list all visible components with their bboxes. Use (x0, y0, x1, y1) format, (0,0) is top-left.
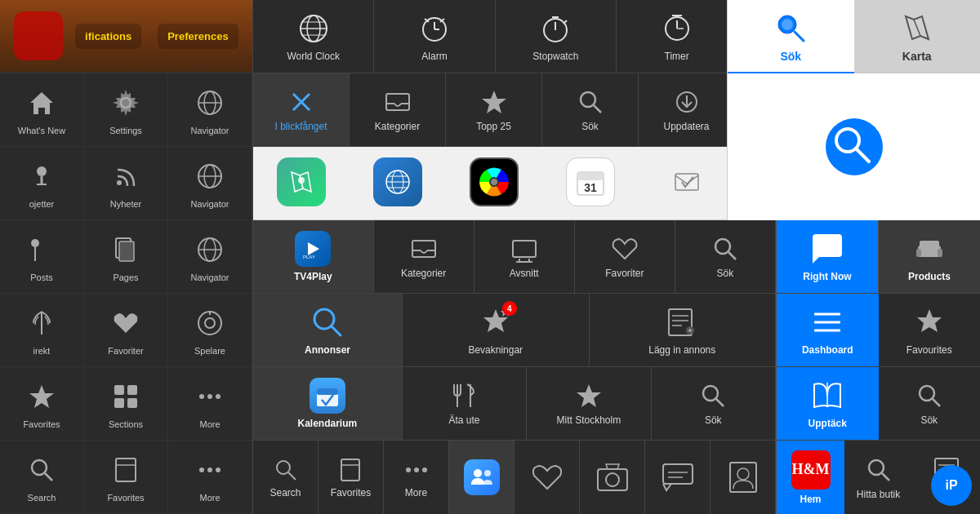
left-item-whats-new[interactable]: What's New (0, 73, 84, 147)
left-item-search[interactable]: Search (0, 441, 84, 514)
alarm-icon (416, 11, 452, 47)
push-pin-icon (24, 158, 60, 194)
featured-mail[interactable] (646, 157, 728, 210)
sok4-button[interactable]: Sök (879, 367, 981, 441)
search6-icon (915, 381, 944, 410)
sok4-label: Sök (920, 414, 938, 426)
whats-new-label: What's New (18, 126, 65, 135)
dashboard-button[interactable]: Dashboard (776, 294, 879, 367)
bevakningar-item[interactable]: 4 Bevakningar (403, 294, 590, 366)
featured-world[interactable] (357, 157, 439, 210)
hm-button[interactable]: H&M Hem (776, 441, 844, 514)
svg-line-132 (933, 399, 940, 406)
stopwatch-item[interactable]: Stopwatch (496, 0, 617, 73)
left-item-spelare[interactable]: Spelare (168, 294, 252, 367)
alarm-item[interactable]: Alarm (374, 0, 495, 73)
timer-item[interactable]: Timer (617, 0, 737, 73)
svg-point-101 (715, 239, 730, 254)
tv4play-item[interactable]: PLAY TV4Play (253, 220, 374, 293)
right-now-button[interactable]: Right Now (776, 220, 878, 294)
annonser-label: Annonser (305, 344, 350, 356)
search-bottom-item[interactable]: Search (253, 441, 318, 514)
notifications-button[interactable]: ifications (75, 24, 141, 49)
timer-icon (659, 11, 695, 47)
world-clock-item[interactable]: World Clock (253, 0, 374, 73)
left-item-more[interactable]: More (168, 367, 252, 441)
left-item-pages[interactable]: Pages (84, 220, 168, 294)
svg-point-149 (869, 460, 884, 475)
left-item-navigator3[interactable]: Navigator (168, 220, 252, 294)
favorites-bottom-item[interactable]: Favorites (318, 441, 384, 514)
uppdatera-item[interactable]: Uppdatera (639, 73, 735, 146)
left-item-more2[interactable]: More (168, 441, 252, 514)
left-item-posts[interactable]: Posts (0, 220, 84, 294)
left-item-settings[interactable]: Settings (84, 73, 168, 147)
left-item-irekt[interactable]: irekt (0, 294, 84, 367)
favoriter2-item[interactable]: Favoriter (575, 220, 675, 293)
kalendarium-item[interactable]: Kalendarium (253, 367, 403, 440)
chat-bottom-item[interactable] (645, 441, 710, 514)
left-item-nyheter[interactable]: Nyheter (84, 147, 168, 220)
svg-point-143 (606, 473, 619, 486)
svg-rect-144 (663, 464, 693, 484)
left-panel: ifications Preferences What's New Settin… (0, 0, 253, 514)
featured-calendar[interactable]: 31 (550, 157, 631, 210)
sok-item[interactable]: Sök (542, 73, 639, 146)
people-bottom-item[interactable] (449, 441, 514, 514)
favourites-button[interactable]: Favourites (879, 294, 981, 367)
left-item-navigator2[interactable]: Navigator (168, 147, 252, 220)
topp25-item[interactable]: Topp 25 (446, 73, 542, 146)
sok3-item[interactable]: Sök (652, 367, 776, 440)
rightnow-panel: Right Now Products (776, 220, 980, 294)
preferences-button[interactable]: Preferences (158, 24, 238, 49)
book2-icon (338, 457, 364, 483)
hitta-button[interactable]: Hitta butik (844, 441, 912, 514)
sok2-item[interactable]: Sök (675, 220, 776, 293)
featured-color-wheel[interactable] (453, 157, 535, 210)
left-item-favorites[interactable]: Favorites (0, 367, 84, 441)
kategorier2-item[interactable]: Kategorier (374, 220, 474, 293)
karta-tab[interactable]: Karta (854, 0, 981, 73)
chat2-icon (660, 459, 696, 495)
ata-ute-item[interactable]: Äta ute (403, 367, 527, 440)
svg-point-128 (703, 386, 718, 401)
tv4play-app-icon: PLAY (295, 231, 331, 267)
kategorier-item[interactable]: Kategorier (350, 73, 446, 146)
featured-maps[interactable] (261, 157, 342, 210)
camera-bottom-item[interactable] (580, 441, 645, 514)
svg-point-35 (207, 467, 212, 472)
ojetter-label: ojetter (29, 199, 55, 209)
sok-tab[interactable]: Sök (728, 0, 854, 73)
left-item-favoriter[interactable]: Favoriter (84, 294, 168, 367)
svg-rect-94 (412, 241, 435, 257)
svg-point-79 (491, 179, 497, 185)
book-icon (108, 452, 144, 488)
left-item-favorites2[interactable]: Favorites (84, 441, 168, 514)
contacts-bottom-item[interactable] (710, 441, 776, 514)
upptack-button[interactable]: Upptäck (776, 367, 879, 441)
heart2-icon (610, 234, 639, 264)
left-item-sections[interactable]: Sections (84, 367, 168, 441)
svg-rect-103 (918, 246, 941, 257)
svg-rect-105 (938, 249, 942, 257)
heart-bottom-item[interactable] (514, 441, 580, 514)
kategorier2-label: Kategorier (401, 268, 446, 279)
products-button[interactable]: Products (878, 220, 980, 294)
kalendarium-app-icon (310, 378, 345, 414)
left-item-navigator[interactable]: Navigator (168, 73, 252, 147)
left-item-ojetter[interactable]: ojetter (0, 147, 84, 220)
svg-line-102 (728, 252, 736, 259)
mitt-stockholm-item[interactable]: Mitt Stockholm (527, 367, 651, 440)
kalendarium-label: Kalendarium (298, 418, 358, 429)
svg-point-131 (920, 386, 934, 401)
annonser-item[interactable]: Annonser (253, 294, 403, 366)
left-grid: What's New Settings Navigator ojetter (0, 73, 252, 514)
lagg-in-annons-item[interactable]: Lägg in annons (590, 294, 777, 366)
sections-label: Sections (109, 419, 143, 429)
settings-label: Settings (109, 126, 142, 135)
i-blickfanget-item[interactable]: I blickfånget (253, 73, 350, 146)
more-bottom-item[interactable]: More (384, 441, 449, 514)
svg-point-87 (782, 19, 793, 30)
avsnitt-item[interactable]: Avsnitt (474, 220, 575, 293)
more-label: More (199, 419, 220, 429)
